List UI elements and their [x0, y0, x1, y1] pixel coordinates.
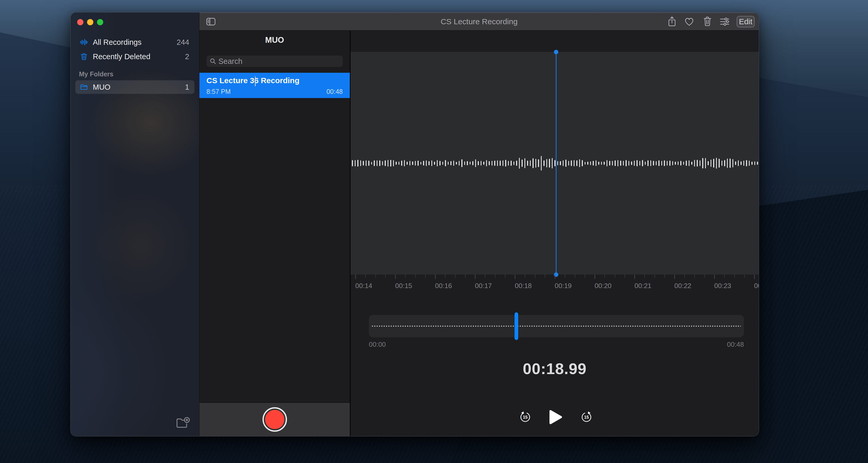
waveform-bar — [522, 159, 523, 166]
waveform-bar — [713, 159, 714, 167]
share-icon — [668, 16, 676, 27]
new-folder-button[interactable] — [176, 416, 190, 430]
playback-settings-button[interactable] — [719, 16, 731, 27]
waveform-bar — [483, 162, 484, 165]
waveform-bar — [587, 162, 588, 165]
trash-icon — [80, 53, 88, 60]
overview-scrubber[interactable] — [369, 315, 744, 337]
sidebar-section-my-folders: My Folders — [79, 70, 114, 78]
waveform-bar — [705, 158, 706, 168]
ruler-tick-minor — [694, 275, 695, 278]
folder-label: MUO — [93, 83, 111, 92]
waveform-bar — [557, 161, 558, 165]
waveform-bar — [510, 161, 512, 166]
ruler-tick-major — [555, 275, 555, 279]
ruler-tick-minor — [375, 275, 376, 278]
waveform-bar — [502, 160, 504, 166]
search-field[interactable] — [207, 56, 343, 67]
waveform-bar — [680, 161, 681, 165]
waveform-bar — [355, 160, 356, 166]
ruler-tick-major — [355, 275, 356, 279]
waveform-bar — [689, 160, 690, 166]
ruler-tick-minor — [575, 275, 575, 278]
waveform-bar — [741, 161, 742, 165]
ruler-label: 00:17 — [475, 282, 492, 290]
skip-forward-15-button[interactable]: 15 — [581, 410, 592, 423]
overview-playhead[interactable] — [515, 312, 518, 340]
waveform-bar — [743, 161, 744, 165]
waveform-bar — [516, 161, 517, 166]
waveform-bar — [530, 160, 531, 166]
skip-back-15-button[interactable]: 15 — [519, 410, 531, 423]
toggle-sidebar-button[interactable] — [205, 16, 217, 27]
waveform-bar — [505, 160, 506, 166]
waveform-bar — [532, 158, 534, 168]
favorite-button[interactable] — [683, 16, 695, 27]
waveform-bar — [721, 161, 722, 165]
waveform-bar — [604, 162, 605, 164]
waveform-bar — [738, 160, 739, 166]
waveform-bar — [497, 160, 498, 166]
waveform-bar — [434, 162, 435, 165]
waveform-bar — [554, 160, 555, 166]
player-panel: 00:1400:1500:1600:1700:1800:1900:2000:21… — [350, 31, 759, 436]
text-caret — [255, 76, 256, 86]
ruler-label: 00:18 — [515, 282, 532, 290]
waveform-bar — [571, 160, 572, 166]
voice-memos-window: All Recordings 244 Recently Deleted 2 My… — [70, 12, 759, 436]
recording-time: 8:57 PM — [207, 88, 231, 95]
skip-forward-15-icon: 15 — [581, 410, 592, 423]
edit-button[interactable]: Edit — [737, 16, 754, 27]
search-input[interactable] — [218, 57, 340, 66]
waveform-bar — [390, 160, 391, 166]
waveform-canvas[interactable] — [350, 52, 759, 275]
waveform-bar — [377, 160, 378, 166]
delete-button[interactable] — [702, 16, 713, 27]
minimize-button[interactable] — [87, 19, 93, 25]
waveform-bar — [445, 160, 446, 166]
playhead-line[interactable] — [556, 52, 557, 275]
recording-row-selected[interactable]: CS Lecture 36 Recording 8:57 PM 00:48 — [199, 73, 350, 98]
ruler-label: 00:24 — [754, 282, 759, 290]
waveform-bar — [607, 160, 608, 166]
share-button[interactable] — [666, 16, 678, 27]
sidebar-item-all-recordings[interactable]: All Recordings 244 — [75, 36, 194, 49]
ruler-tick-minor — [724, 275, 725, 278]
waveform-bar — [626, 160, 627, 166]
ruler-tick-minor — [704, 275, 705, 278]
waveform-bar — [615, 160, 616, 166]
sidebar-folder-muo[interactable]: MUO 1 — [75, 80, 194, 94]
ruler-tick-major — [714, 275, 715, 279]
sidebar-item-recently-deleted[interactable]: Recently Deleted 2 — [75, 50, 194, 63]
waveform-bar — [409, 161, 410, 165]
waveform-bar — [417, 161, 418, 166]
ruler-label: 00:19 — [555, 282, 571, 290]
waveform-bar — [393, 160, 394, 166]
folder-icon — [80, 83, 88, 91]
waveform-bar — [568, 161, 569, 166]
record-bar — [199, 402, 350, 436]
waveform-bar — [388, 160, 389, 166]
zoom-button[interactable] — [97, 19, 103, 25]
waveform-bar — [640, 161, 641, 166]
waveform-bar — [596, 160, 597, 166]
new-folder-icon — [176, 416, 190, 430]
waveform-bar — [560, 161, 561, 165]
close-button[interactable] — [77, 19, 84, 25]
waveform-bar — [612, 161, 613, 166]
play-button[interactable] — [549, 409, 562, 425]
ruler-tick-major — [634, 275, 635, 279]
waveform-bar — [697, 160, 698, 166]
ruler-tick-major — [515, 275, 515, 279]
play-icon — [549, 409, 562, 425]
waveform-bar — [661, 161, 662, 166]
waveform-bar — [492, 161, 493, 166]
ruler-tick-major — [674, 275, 675, 279]
ruler-tick-minor — [545, 275, 545, 278]
record-button[interactable] — [262, 407, 287, 432]
waveform-bar — [754, 161, 755, 165]
list-header: MUO — [199, 35, 350, 45]
waveform-bar — [565, 159, 566, 167]
waveform-bar — [691, 162, 692, 164]
ruler-tick-minor — [415, 275, 416, 278]
